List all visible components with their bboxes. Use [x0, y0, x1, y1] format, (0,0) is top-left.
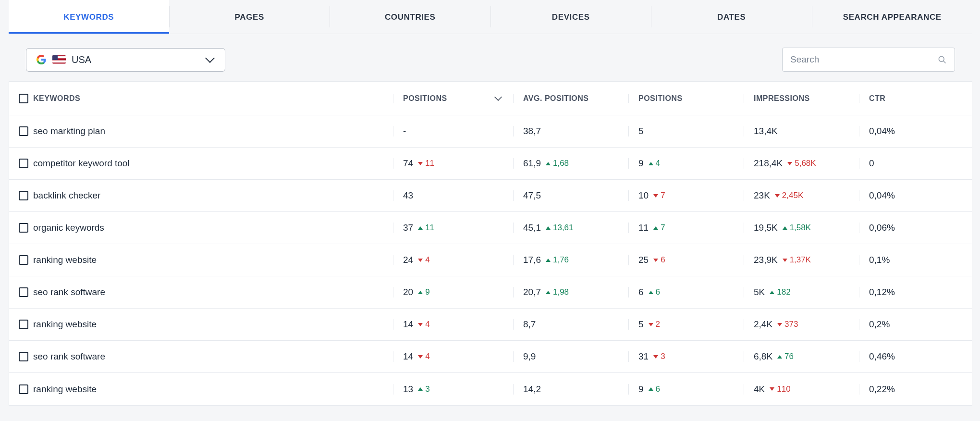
- row-checkbox[interactable]: [19, 255, 28, 265]
- arrow-down-icon: [653, 259, 658, 262]
- delta: 1,76: [546, 255, 569, 265]
- positions2-value: 5: [638, 319, 644, 330]
- table-row: organic keywords371145,113,6111719,5K1,5…: [9, 212, 972, 244]
- avg-positions-value: 17,6: [523, 255, 541, 265]
- positions-value: 37: [403, 223, 413, 233]
- google-icon: [36, 54, 47, 65]
- country-label: USA: [72, 54, 201, 65]
- positions-value: 14: [403, 319, 413, 330]
- tab-pages[interactable]: PAGES: [170, 0, 330, 34]
- delta-value: 1,68: [553, 159, 569, 168]
- col-positions-2[interactable]: POSITIONS: [638, 94, 683, 103]
- row-checkbox[interactable]: [19, 287, 28, 297]
- svg-line-1: [943, 61, 946, 63]
- arrow-down-icon: [783, 259, 787, 262]
- impressions-value: 23K: [754, 190, 770, 201]
- select-all-checkbox[interactable]: [19, 94, 28, 103]
- delta: 7: [653, 223, 665, 233]
- col-avg-positions[interactable]: AVG. POSITIONS: [523, 94, 589, 103]
- row-checkbox[interactable]: [19, 223, 28, 233]
- arrow-up-icon: [418, 387, 423, 391]
- chevron-down-icon: [205, 53, 215, 63]
- avg-positions-value: 14,2: [523, 384, 541, 395]
- positions2-value: 5: [638, 126, 644, 136]
- delta-value: 9: [425, 287, 429, 297]
- row-checkbox[interactable]: [19, 126, 28, 136]
- arrow-up-icon: [783, 226, 787, 230]
- avg-positions-value: 45,1: [523, 223, 541, 233]
- arrow-up-icon: [546, 226, 551, 230]
- arrow-up-icon: [653, 226, 658, 230]
- delta-value: 4: [656, 159, 660, 168]
- sort-chevron-down-icon[interactable]: [494, 93, 502, 101]
- avg-positions-value: 20,7: [523, 287, 541, 297]
- impressions-value: 6,8K: [754, 351, 772, 362]
- avg-positions-value: 61,9: [523, 158, 541, 169]
- delta-value: 5,68K: [795, 159, 816, 168]
- keyword-text: seo rank software: [33, 351, 105, 362]
- us-flag-icon: [52, 55, 66, 64]
- impressions-value: 2,4K: [754, 319, 772, 330]
- arrow-down-icon: [418, 162, 423, 165]
- impressions-value: 5K: [754, 287, 765, 297]
- positions2-value: 10: [638, 190, 649, 201]
- search-box[interactable]: [782, 48, 955, 72]
- positions-value: 43: [403, 190, 413, 201]
- keyword-text: ranking website: [33, 255, 97, 265]
- search-input[interactable]: [790, 54, 937, 65]
- positions-value: 24: [403, 255, 413, 265]
- keywords-table: KEYWORDS POSITIONS AVG. POSITIONS POSITI…: [9, 81, 972, 406]
- delta: 4: [649, 159, 660, 168]
- controls-row: USA: [9, 34, 972, 81]
- delta: 76: [777, 352, 794, 361]
- table-row: seo rank software1449,93136,8K760,46%: [9, 341, 972, 373]
- delta-value: 2: [656, 320, 660, 329]
- delta: 13,61: [546, 223, 574, 233]
- ctr-value: 0,1%: [869, 255, 890, 265]
- delta: 3: [418, 384, 429, 394]
- row-checkbox[interactable]: [19, 159, 28, 168]
- row-checkbox[interactable]: [19, 320, 28, 329]
- table-row: ranking website24417,61,7625623,9K1,37K0…: [9, 244, 972, 276]
- keyword-text: backlink checker: [33, 190, 100, 201]
- row-checkbox[interactable]: [19, 191, 28, 200]
- arrow-up-icon: [649, 387, 653, 391]
- delta: 3: [653, 352, 665, 361]
- arrow-down-icon: [787, 162, 792, 165]
- country-select[interactable]: USA: [26, 48, 225, 72]
- delta: 9: [418, 287, 429, 297]
- arrow-down-icon: [653, 355, 658, 359]
- arrow-down-icon: [775, 194, 780, 198]
- col-keywords[interactable]: KEYWORDS: [33, 94, 80, 103]
- col-positions[interactable]: POSITIONS: [403, 94, 447, 103]
- delta: 373: [777, 320, 798, 329]
- delta: 4: [418, 320, 429, 329]
- arrow-down-icon: [418, 355, 423, 359]
- ctr-value: 0,2%: [869, 319, 890, 330]
- arrow-down-icon: [770, 387, 774, 391]
- delta: 1,58K: [783, 223, 811, 233]
- tab-dates[interactable]: DATES: [651, 0, 812, 34]
- tab-search-appearance[interactable]: SEARCH APPEARANCE: [812, 0, 973, 34]
- positions2-value: 9: [638, 384, 644, 395]
- tab-devices[interactable]: DEVICES: [491, 0, 651, 34]
- table-row: ranking website13314,2964K1100,22%: [9, 373, 972, 405]
- delta-value: 3: [661, 352, 665, 361]
- tab-keywords[interactable]: KEYWORDS: [9, 0, 169, 34]
- svg-point-0: [939, 56, 944, 62]
- positions-value: 14: [403, 351, 413, 362]
- impressions-value: 4K: [754, 384, 765, 395]
- delta-value: 3: [425, 384, 429, 394]
- col-ctr[interactable]: CTR: [869, 94, 885, 103]
- positions-value: 13: [403, 384, 413, 395]
- delta: 6: [649, 384, 660, 394]
- delta: 6: [649, 287, 660, 297]
- tab-countries[interactable]: COUNTRIES: [330, 0, 490, 34]
- col-impressions[interactable]: IMPRESSIONS: [754, 94, 810, 103]
- delta: 4: [418, 255, 429, 265]
- delta-value: 2,45K: [782, 191, 803, 200]
- delta-value: 76: [784, 352, 794, 361]
- delta: 110: [770, 384, 790, 394]
- row-checkbox[interactable]: [19, 384, 28, 394]
- row-checkbox[interactable]: [19, 352, 28, 361]
